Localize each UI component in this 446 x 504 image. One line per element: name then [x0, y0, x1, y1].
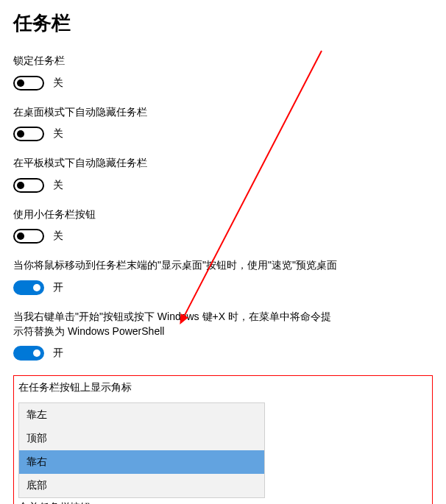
- setting-lock-taskbar: 锁定任务栏 关: [13, 54, 433, 90]
- label-peek-preview: 当你将鼠标移动到任务栏末端的"显示桌面"按钮时，使用"速览"预览桌面: [13, 258, 337, 273]
- toggle-autohide-desktop[interactable]: [13, 127, 44, 141]
- toggle-small-buttons[interactable]: [13, 229, 44, 244]
- label-small-buttons: 使用小任务栏按钮: [13, 207, 433, 222]
- label-lock-taskbar: 锁定任务栏: [13, 54, 433, 68]
- setting-powershell: 当我右键单击"开始"按钮或按下 Windows 键+X 时，在菜单中将命令提示符…: [13, 310, 433, 361]
- toggle-state-small-buttons: 关: [53, 230, 63, 243]
- annotation-highlight-box: 在任务栏按钮上显示角标 靠左 顶部 靠右 底部 合并任务栏按钮: [13, 375, 433, 504]
- dropdown-option-bottom[interactable]: 底部: [19, 474, 264, 497]
- toggle-state-autohide-tablet: 关: [53, 179, 63, 192]
- dropdown-option-top[interactable]: 顶部: [19, 427, 264, 450]
- setting-small-buttons: 使用小任务栏按钮 关: [13, 207, 433, 244]
- toggle-state-powershell: 开: [53, 347, 63, 360]
- toggle-autohide-tablet[interactable]: [13, 178, 44, 193]
- toggle-powershell[interactable]: [13, 346, 44, 361]
- toggle-lock-taskbar[interactable]: [13, 76, 44, 90]
- toggle-row-autohide-tablet: 关: [13, 178, 433, 193]
- label-autohide-tablet: 在平板模式下自动隐藏任务栏: [13, 156, 433, 171]
- toggle-row-lock: 关: [13, 76, 433, 90]
- toggle-state-autohide-desktop: 关: [53, 127, 63, 141]
- page-title: 任务栏: [13, 10, 433, 36]
- toggle-peek-preview[interactable]: [13, 280, 44, 295]
- toggle-row-autohide-desktop: 关: [13, 127, 433, 141]
- toggle-row-peek: 开: [13, 280, 433, 295]
- toggle-state-peek: 开: [53, 281, 63, 294]
- dropdown-option-left[interactable]: 靠左: [19, 403, 264, 427]
- position-dropdown-list[interactable]: 靠左 顶部 靠右 底部: [18, 402, 265, 498]
- toggle-state-lock: 关: [53, 77, 63, 90]
- setting-autohide-tablet: 在平板模式下自动隐藏任务栏 关: [13, 156, 433, 193]
- label-powershell: 当我右键单击"开始"按钮或按下 Windows 键+X 时，在菜单中将命令提示符…: [13, 310, 337, 338]
- label-autohide-desktop: 在桌面模式下自动隐藏任务栏: [13, 105, 433, 120]
- label-truncated: 合并任务栏按钮: [18, 501, 430, 504]
- setting-peek-preview: 当你将鼠标移动到任务栏末端的"显示桌面"按钮时，使用"速览"预览桌面 开: [13, 258, 433, 295]
- settings-page: 任务栏 锁定任务栏 关 在桌面模式下自动隐藏任务栏 关 在平板模式下自动隐藏任务…: [13, 10, 433, 504]
- toggle-row-powershell: 开: [13, 346, 433, 361]
- label-badges: 在任务栏按钮上显示角标: [18, 380, 430, 395]
- toggle-row-small-buttons: 关: [13, 229, 433, 244]
- dropdown-option-right[interactable]: 靠右: [19, 450, 264, 474]
- setting-autohide-desktop: 在桌面模式下自动隐藏任务栏 关: [13, 105, 433, 142]
